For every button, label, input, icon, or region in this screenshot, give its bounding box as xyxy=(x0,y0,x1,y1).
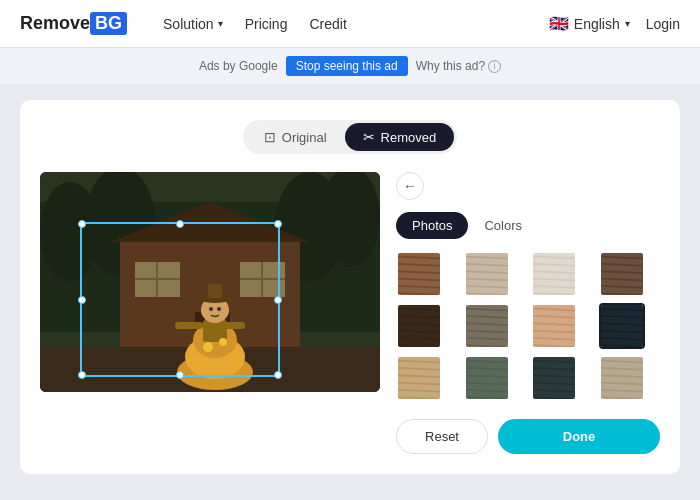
image-area xyxy=(40,172,380,392)
texture-item[interactable] xyxy=(396,355,442,401)
language-label: English xyxy=(574,16,620,32)
header: RemoveBG Solution ▾ Pricing Credit 🇬🇧 En… xyxy=(0,0,700,48)
texture-item[interactable] xyxy=(531,355,577,401)
logo-bg-text: BG xyxy=(90,12,127,35)
nav-credit[interactable]: Credit xyxy=(301,12,354,36)
header-right: 🇬🇧 English ▾ Login xyxy=(549,14,680,33)
texture-item[interactable] xyxy=(464,303,510,349)
svg-rect-78 xyxy=(601,305,643,347)
chevron-down-icon: ▾ xyxy=(218,18,223,29)
panel-actions: Reset Done xyxy=(396,419,660,454)
why-this-ad[interactable]: Why this ad? i xyxy=(416,59,501,73)
svg-point-26 xyxy=(217,307,221,311)
nav-pricing[interactable]: Pricing xyxy=(237,12,296,36)
back-button[interactable]: ← xyxy=(396,172,424,200)
svg-rect-92 xyxy=(466,357,508,399)
tab-removed[interactable]: ✂ Removed xyxy=(345,123,455,151)
texture-item[interactable] xyxy=(531,251,577,297)
original-icon: ⊡ xyxy=(264,129,276,145)
svg-rect-85 xyxy=(398,357,440,399)
texture-item[interactable] xyxy=(599,355,645,401)
svg-rect-24 xyxy=(208,284,222,298)
svg-rect-99 xyxy=(533,357,575,399)
texture-item[interactable] xyxy=(599,251,645,297)
svg-point-27 xyxy=(203,342,213,352)
svg-point-25 xyxy=(209,307,213,311)
editor-body: ← Photos Colors Reset Done xyxy=(40,172,660,454)
texture-grid xyxy=(396,251,660,401)
info-icon: i xyxy=(488,60,501,73)
svg-rect-64 xyxy=(466,305,508,347)
svg-rect-71 xyxy=(533,305,575,347)
svg-rect-106 xyxy=(601,357,643,399)
tab-original[interactable]: ⊡ Original xyxy=(246,123,345,151)
texture-item[interactable] xyxy=(599,303,645,349)
svg-rect-29 xyxy=(398,253,440,295)
tab-photos[interactable]: Photos xyxy=(396,212,468,239)
back-arrow-icon: ← xyxy=(403,178,417,194)
stop-seeing-ad-button[interactable]: Stop seeing this ad xyxy=(286,56,408,76)
svg-rect-57 xyxy=(398,305,440,347)
view-toggle: ⊡ Original ✂ Removed xyxy=(243,120,457,154)
nav: Solution ▾ Pricing Credit xyxy=(155,12,549,36)
done-button[interactable]: Done xyxy=(498,419,660,454)
flag-icon: 🇬🇧 xyxy=(549,14,569,33)
texture-item[interactable] xyxy=(396,303,442,349)
chevron-down-icon: ▾ xyxy=(625,18,630,29)
tab-colors[interactable]: Colors xyxy=(468,212,538,239)
scene-image xyxy=(40,172,380,392)
svg-rect-43 xyxy=(533,253,575,295)
texture-item[interactable] xyxy=(464,251,510,297)
logo[interactable]: RemoveBG xyxy=(20,12,127,35)
right-panel: ← Photos Colors Reset Done xyxy=(396,172,660,454)
svg-rect-50 xyxy=(601,253,643,295)
texture-item[interactable] xyxy=(396,251,442,297)
ads-by-label: Ads by Google xyxy=(199,59,278,73)
language-selector[interactable]: 🇬🇧 English ▾ xyxy=(549,14,630,33)
logo-remove-text: Remove xyxy=(20,13,90,34)
editor-card: ⊡ Original ✂ Removed xyxy=(20,100,680,474)
svg-rect-36 xyxy=(466,253,508,295)
svg-point-28 xyxy=(219,338,227,346)
reset-button[interactable]: Reset xyxy=(396,419,488,454)
texture-item[interactable] xyxy=(531,303,577,349)
texture-item[interactable] xyxy=(464,355,510,401)
main-content: ⊡ Original ✂ Removed xyxy=(0,84,700,490)
removed-icon: ✂ xyxy=(363,129,375,145)
login-button[interactable]: Login xyxy=(646,16,680,32)
nav-solution[interactable]: Solution ▾ xyxy=(155,12,231,36)
ad-bar: Ads by Google Stop seeing this ad Why th… xyxy=(0,48,700,84)
svg-rect-20 xyxy=(175,322,203,329)
svg-rect-21 xyxy=(217,322,245,329)
panel-tabs: Photos Colors xyxy=(396,212,660,239)
